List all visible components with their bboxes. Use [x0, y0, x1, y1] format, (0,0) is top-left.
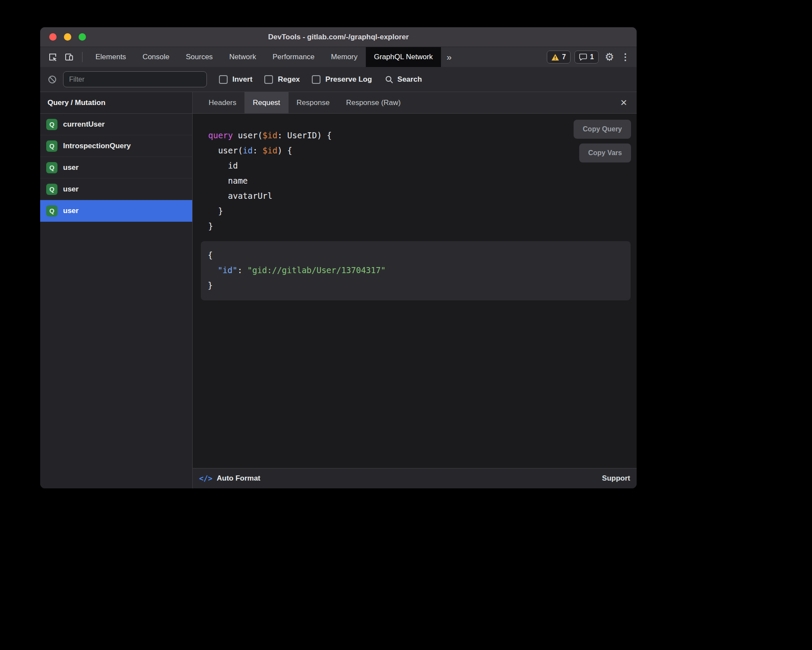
code-token	[208, 265, 218, 275]
window-title: DevTools - gitlab.com/-/graphql-explorer	[40, 33, 637, 41]
tab-sources[interactable]: Sources	[178, 47, 221, 67]
filter-input[interactable]	[63, 71, 207, 87]
query-type-badge: Q	[46, 205, 57, 217]
filter-toolbar: Invert Regex Preserve Log Search	[40, 67, 637, 92]
query-list-header: Query / Mutation	[40, 92, 192, 114]
search-control[interactable]: Search	[385, 75, 422, 84]
preserve-log-checkbox[interactable]	[312, 75, 320, 84]
copy-buttons: Copy Query Copy Vars	[574, 120, 631, 162]
search-label: Search	[397, 75, 422, 84]
query-list-item-user-3-selected[interactable]: Q user	[40, 200, 192, 222]
warnings-count: 7	[562, 53, 566, 61]
traffic-lights	[40, 33, 86, 41]
close-window-button[interactable]	[49, 33, 57, 41]
inspect-cursor-icon	[48, 52, 57, 62]
request-content: Copy Query Copy Vars query user($id: Use…	[193, 114, 637, 468]
code-token: {	[208, 250, 213, 260]
code-token: :	[238, 265, 247, 275]
code-token: id	[208, 161, 238, 170]
copy-query-button[interactable]: Copy Query	[574, 120, 631, 139]
query-list-item-introspectionquery[interactable]: Q IntrospectionQuery	[40, 135, 192, 157]
preserve-log-label: Preserve Log	[325, 75, 372, 84]
regex-checkbox[interactable]	[264, 75, 273, 84]
code-token: $id	[263, 146, 277, 155]
code-line: {	[208, 248, 624, 263]
issues-badge[interactable]: 1	[574, 51, 599, 64]
code-token: "id"	[218, 265, 238, 275]
tab-response-raw[interactable]: Response (Raw)	[338, 92, 409, 114]
preserve-log-control[interactable]: Preserve Log	[312, 75, 372, 84]
detail-panel: Headers Request Response Response (Raw) …	[193, 92, 637, 488]
query-type-badge: Q	[46, 119, 57, 130]
code-line: id	[208, 158, 332, 173]
code-token: :	[253, 146, 263, 155]
code-token: "gid://gitlab/User/13704317"	[247, 265, 386, 275]
tab-headers[interactable]: Headers	[200, 92, 244, 114]
close-detail-icon[interactable]: ×	[617, 92, 631, 114]
settings-gear-icon[interactable]: ⚙	[603, 47, 616, 67]
code-token: name	[208, 176, 248, 185]
tab-console[interactable]: Console	[134, 47, 178, 67]
warnings-badge[interactable]: 7	[547, 51, 571, 64]
code-line: }	[208, 219, 332, 234]
regex-filter-control[interactable]: Regex	[264, 75, 300, 84]
tab-network[interactable]: Network	[221, 47, 264, 67]
code-token: id	[243, 146, 253, 155]
code-token: user(	[208, 146, 243, 155]
message-bubble-icon	[579, 54, 587, 61]
invert-checkbox[interactable]	[219, 75, 228, 84]
devtools-window: DevTools - gitlab.com/-/graphql-explorer…	[40, 27, 637, 488]
tab-graphql-network[interactable]: GraphQL Network	[366, 47, 441, 67]
code-brackets-icon: </>	[199, 474, 213, 483]
auto-format-button[interactable]: Auto Format	[217, 474, 260, 483]
copy-vars-button[interactable]: Copy Vars	[579, 143, 631, 162]
code-token: }	[208, 206, 223, 216]
code-token: user(	[233, 131, 263, 140]
query-name: user	[63, 163, 79, 172]
detail-footer: </> Auto Format Support	[193, 468, 637, 488]
code-line: avatarUrl	[208, 188, 332, 204]
more-tabs-icon[interactable]: »	[441, 52, 457, 62]
tab-memory[interactable]: Memory	[323, 47, 365, 67]
code-token: avatarUrl	[208, 191, 273, 201]
inspect-element-icon[interactable]	[44, 47, 61, 67]
tab-elements[interactable]: Elements	[87, 47, 134, 67]
query-list-panel: Query / Mutation Q currentUser Q Introsp…	[40, 92, 193, 488]
device-toolbar-icon[interactable]	[61, 47, 77, 67]
minimize-window-button[interactable]	[64, 33, 71, 41]
tab-response[interactable]: Response	[289, 92, 338, 114]
query-type-badge: Q	[46, 162, 57, 173]
code-token: }	[208, 221, 213, 231]
invert-filter-control[interactable]: Invert	[219, 75, 252, 84]
code-line: user(id: $id) {	[208, 143, 332, 158]
query-name: IntrospectionQuery	[63, 142, 131, 150]
query-name: currentUser	[63, 120, 105, 129]
regex-label: Regex	[278, 75, 300, 84]
device-icon	[64, 52, 74, 62]
warning-triangle-icon	[552, 54, 559, 61]
titlebar: DevTools - gitlab.com/-/graphql-explorer	[40, 27, 637, 47]
issues-count: 1	[590, 53, 594, 61]
code-line: }	[208, 204, 332, 219]
kebab-menu-icon[interactable]: ⋮	[620, 47, 631, 67]
code-line: query user($id: UserID) {	[208, 128, 332, 143]
zoom-window-button[interactable]	[79, 33, 86, 41]
code-line: "id": "gid://gitlab/User/13704317"	[208, 263, 624, 278]
code-token: : UserID) {	[277, 131, 332, 140]
code-token: $id	[263, 131, 277, 140]
query-type-badge: Q	[46, 184, 57, 195]
clear-log-button[interactable]	[45, 75, 59, 84]
query-list-item-user-1[interactable]: Q user	[40, 157, 192, 178]
tabbar-divider	[82, 52, 82, 62]
invert-label: Invert	[232, 75, 252, 84]
query-list-item-user-2[interactable]: Q user	[40, 178, 192, 200]
support-link[interactable]: Support	[602, 474, 630, 483]
tab-request[interactable]: Request	[244, 92, 288, 114]
query-list-item-currentuser[interactable]: Q currentUser	[40, 114, 192, 135]
devtools-tabbar: Elements Console Sources Network Perform…	[40, 47, 637, 67]
code-token: ) {	[277, 146, 292, 155]
code-line: }	[208, 278, 624, 293]
tab-performance[interactable]: Performance	[264, 47, 323, 67]
main-area: Query / Mutation Q currentUser Q Introsp…	[40, 92, 637, 488]
query-name: user	[63, 207, 79, 215]
